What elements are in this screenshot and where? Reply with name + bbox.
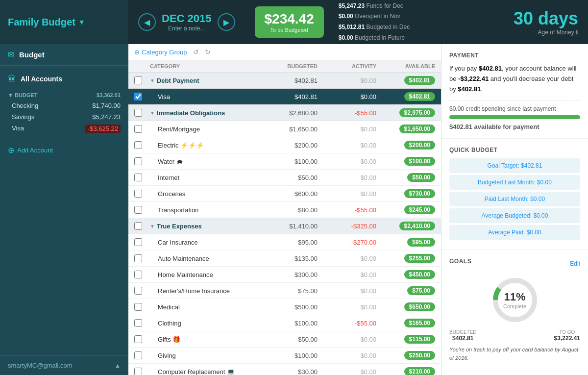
category-row-renters-insurance[interactable]: Renter's/Home Insurance $75.00 $0.00 $75…	[128, 283, 441, 299]
all-accounts-label: All Accounts	[21, 75, 62, 83]
goals-edit-button[interactable]: Edit	[570, 260, 580, 267]
category-row-rent[interactable]: Rent/Mortgage $1,650.00 $0.00 $1,650.00	[128, 121, 441, 137]
budgeted-dec-label: Budgeted in Dec	[366, 24, 410, 30]
category-budgeted-rent: $1,650.00	[259, 125, 318, 133]
sidebar-budget-nav[interactable]: ✉ Budget	[0, 44, 128, 66]
category-checkbox-medical[interactable]	[134, 303, 142, 311]
add-account-button[interactable]: ⊕ Add Account	[0, 141, 128, 160]
category-activity-electric: $0.00	[318, 142, 376, 149]
category-checkbox-electric[interactable]	[134, 141, 142, 149]
group-checkbox-debt[interactable]	[134, 76, 142, 84]
account-item-visa[interactable]: Visa -$3,625.22	[0, 123, 128, 135]
category-row-home-maintenance[interactable]: Home Maintenance $300.00 $0.00 $450.00	[128, 267, 441, 283]
category-row-water[interactable]: Water 🌧 $100.00 $0.00 $100.00	[128, 153, 441, 170]
group-chevron-immediate: ▼	[150, 110, 155, 116]
next-month-button[interactable]: ▶	[218, 13, 235, 31]
category-available-badge-transportation: $245.00	[404, 205, 435, 214]
category-activity-computer: $0.00	[318, 368, 376, 375]
category-row-gifts[interactable]: Gifts 🎁 $50.00 $0.00 $115.00	[128, 331, 441, 348]
group-checkbox-true-expenses[interactable]	[134, 222, 142, 230]
add-category-group-button[interactable]: ⊕ Category Group	[134, 49, 187, 56]
category-row-auto-maintenance[interactable]: Auto Maintenance $135.00 $0.00 $255.00	[128, 250, 441, 267]
group-budgeted-true-expenses: $1,410.00	[259, 223, 318, 230]
footer-arrow[interactable]: ▲	[115, 362, 121, 369]
category-checkbox-groceries[interactable]	[134, 190, 142, 198]
category-available-badge-renters-insurance: $75.00	[407, 286, 435, 295]
category-checkbox-home-maintenance[interactable]	[134, 271, 142, 278]
category-activity-auto-maintenance: $0.00	[318, 255, 376, 262]
category-name-water: Water 🌧	[150, 158, 259, 165]
redo-icon[interactable]: ↻	[205, 48, 211, 56]
quick-budget-budgeted-last[interactable]: Budgeted Last Month: $0.00	[449, 175, 580, 190]
goals-bottom: BUDGETED $402.81 TO GO $3,222.41	[449, 329, 580, 342]
category-row-medical[interactable]: Medical $500.00 $0.00 $650.00	[128, 299, 441, 315]
quick-budget-avg-paid[interactable]: Average Paid: $0.00	[449, 225, 580, 240]
quick-budget-avg-budgeted[interactable]: Average Budgeted: $0.00	[449, 208, 580, 223]
account-item-checking[interactable]: Checking $1,740.00	[0, 100, 128, 111]
month-nav: ◀ DEC 2015 Enter a note... ▶	[128, 12, 245, 32]
all-accounts-row[interactable]: 🏛 All Accounts	[0, 70, 128, 88]
category-row-groceries[interactable]: Groceries $600.00 $0.00 $730.00	[128, 186, 441, 202]
category-checkbox-water[interactable]	[134, 157, 142, 165]
category-name-computer: Computer Replacement 💻	[150, 368, 259, 375]
add-account-icon: ⊕	[8, 146, 14, 155]
category-checkbox-rent[interactable]	[134, 125, 142, 133]
group-name-true-expenses: ▼ True Expenses	[150, 223, 259, 230]
group-row-debt-payment[interactable]: ▼ Debt Payment $402.81 $0.00 $402.81	[128, 73, 441, 89]
category-row-visa[interactable]: Visa $402.81 $0.00 $402.81	[128, 89, 441, 105]
category-checkbox-computer[interactable]	[134, 368, 142, 375]
group-row-immediate[interactable]: ▼ Immediate Obligations $2,680.00 -$55.0…	[128, 105, 441, 121]
category-checkbox-giving[interactable]	[134, 351, 142, 359]
donut-pct: 11%	[503, 291, 526, 303]
group-available-debt: $402.81	[376, 76, 435, 85]
category-available-badge-visa: $402.81	[404, 92, 435, 101]
goals-section: GOALS Edit 11% Complete BUDGETED	[441, 250, 588, 370]
category-row-computer[interactable]: Computer Replacement 💻 $30.00 $0.00 $210…	[128, 364, 441, 375]
month-note[interactable]: Enter a note...	[162, 25, 212, 32]
category-checkbox-auto-maintenance[interactable]	[134, 254, 142, 262]
quick-budget-goal[interactable]: Goal Target: $402.81	[449, 158, 580, 173]
budgeted-future-amount: $0.00	[339, 34, 353, 41]
category-available-badge-auto-maintenance: $255.00	[404, 254, 435, 263]
quick-budget-paid-last[interactable]: Paid Last Month: $0.00	[449, 192, 580, 206]
prev-month-button[interactable]: ◀	[138, 13, 156, 31]
category-name-auto-maintenance: Auto Maintenance	[150, 255, 259, 262]
account-item-savings[interactable]: Savings $5,247.23	[0, 111, 128, 123]
overspent-amount: $0.00	[339, 13, 353, 20]
category-row-car-insurance[interactable]: Car Insurance $95.00 -$270.00 $95.00	[128, 234, 441, 250]
info-icon[interactable]: ℹ	[576, 29, 578, 36]
payment-balance: -$3,222.41	[458, 75, 489, 82]
budget-icon: ✉	[8, 50, 14, 59]
category-row-electric[interactable]: Electric ⚡⚡⚡ $200.00 $0.00 $200.00	[128, 137, 441, 153]
category-checkbox-renters-insurance[interactable]	[134, 287, 142, 295]
category-available-internet: $50.00	[376, 173, 435, 182]
account-group-header: ▼ BUDGET $3,362.01	[0, 90, 128, 100]
category-checkbox-car-insurance[interactable]	[134, 238, 142, 246]
category-row-giving[interactable]: Giving $100.00 $0.00 $250.00	[128, 348, 441, 364]
budget-toolbar: ⊕ Category Group ↺ ↻	[128, 44, 441, 60]
payment-title: PAYMENT	[449, 52, 580, 59]
category-row-clothing[interactable]: Clothing $100.00 -$55.00 $165.00	[128, 315, 441, 331]
group-checkbox-immediate[interactable]	[134, 109, 142, 117]
category-checkbox-visa[interactable]	[134, 93, 142, 100]
budget-amount: $234.42	[265, 11, 314, 27]
app-title-area: Family Budget ▼	[0, 0, 128, 44]
category-checkbox-gifts[interactable]	[134, 335, 142, 343]
category-available-home-maintenance: $450.00	[376, 270, 435, 279]
category-row-transportation[interactable]: Transportation $80.00 -$55.00 $245.00	[128, 202, 441, 218]
undo-icon[interactable]: ↺	[193, 48, 199, 56]
available-payment: $402.81 available for payment	[449, 123, 580, 130]
budget-label: To be Budgeted	[265, 27, 314, 33]
category-budgeted-transportation: $80.00	[259, 206, 318, 214]
category-checkbox-clothing[interactable]	[134, 319, 142, 327]
category-checkbox-transportation[interactable]	[134, 206, 142, 214]
category-checkbox-internet[interactable]	[134, 174, 142, 181]
payment-section: PAYMENT If you pay $402.81, your account…	[441, 44, 588, 139]
group-row-true-expenses[interactable]: ▼ True Expenses $1,410.00 -$325.00 $2,41…	[128, 218, 441, 234]
app-title-chevron[interactable]: ▼	[78, 18, 85, 26]
goals-budgeted-label: BUDGETED	[449, 329, 477, 335]
category-activity-medical: $0.00	[318, 303, 376, 311]
group-available-badge-immediate: $2,975.00	[399, 108, 435, 117]
category-row-internet[interactable]: Internet $50.00 $0.00 $50.00	[128, 170, 441, 186]
group-chevron-true-expenses: ▼	[150, 224, 155, 229]
